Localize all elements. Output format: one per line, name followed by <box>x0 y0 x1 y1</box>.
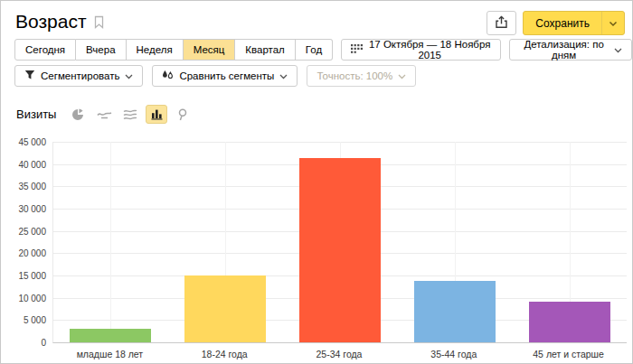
tab-year[interactable]: Год <box>296 39 333 61</box>
y-axis-tick-label: 20 000 <box>1 248 46 258</box>
chevron-down-icon <box>125 70 133 81</box>
chevron-down-icon <box>609 16 618 30</box>
metric-row: Визиты <box>16 105 632 124</box>
precision-label: Точность: 100% <box>316 70 392 81</box>
x-axis-category-label: 45 лет и старше <box>511 349 626 359</box>
chart-bar[interactable] <box>414 281 496 342</box>
tab-month[interactable]: Месяц <box>184 39 236 61</box>
chart-view-switcher <box>67 105 194 124</box>
chart-bar[interactable] <box>184 275 266 342</box>
y-axis-tick-label: 35 000 <box>1 182 46 191</box>
bookmark-icon[interactable] <box>94 15 104 33</box>
chevron-down-icon <box>398 70 406 81</box>
compare-segments-dropdown[interactable]: Сравнить сегменты <box>152 65 298 87</box>
report-header: Возраст Сохранить <box>1 1 632 35</box>
chart-bar[interactable] <box>529 302 610 342</box>
x-gridline <box>110 142 111 342</box>
y-axis-tick-label: 10 000 <box>1 294 46 303</box>
y-axis-tick-label: 45 000 <box>1 137 46 147</box>
tab-week[interactable]: Неделя <box>127 39 184 61</box>
tab-yesterday[interactable]: Вчера <box>76 39 126 61</box>
x-axis-category-label: 35-44 года <box>396 349 511 359</box>
tab-quarter[interactable]: Квартал <box>235 39 295 61</box>
y-axis-tick-label: 5 000 <box>1 315 46 325</box>
export-button[interactable] <box>487 11 516 35</box>
save-split-button: Сохранить <box>523 11 625 35</box>
page-title: Возраст <box>15 11 87 32</box>
export-icon <box>495 15 508 32</box>
period-tab-group: Сегодня Вчера Неделя Месяц Квартал Год <box>14 39 333 61</box>
chart-bar[interactable] <box>70 329 151 342</box>
x-axis-category-label: 18-24 года <box>167 349 282 359</box>
map-icon[interactable] <box>172 105 194 124</box>
save-dropdown-button[interactable] <box>601 12 624 34</box>
calendar-icon <box>351 44 363 56</box>
yandex-metrica-age-report: Возраст Сохранить <box>0 0 633 364</box>
chevron-down-icon <box>279 70 288 81</box>
date-range-label: 17 Октября — 18 Ноября 2015 <box>368 39 491 61</box>
precision-dropdown[interactable]: Точность: 100% <box>307 65 416 87</box>
chart-bar[interactable] <box>299 158 381 342</box>
visits-bar-chart: 05 00010 00015 00020 00025 00030 00035 0… <box>1 133 632 364</box>
segment-dropdown[interactable]: Сегментировать <box>14 65 143 87</box>
filter-funnel-icon <box>24 70 35 82</box>
y-axis-tick-label: 15 000 <box>1 271 46 281</box>
tab-today[interactable]: Сегодня <box>14 39 76 61</box>
bar-chart-icon[interactable] <box>146 105 167 124</box>
period-toolbar: Сегодня Вчера Неделя Месяц Квартал Год 1… <box>14 39 632 61</box>
y-axis-tick-label: 30 000 <box>1 204 46 214</box>
save-button[interactable]: Сохранить <box>524 12 601 34</box>
detail-label: Детализация: по дням <box>519 39 609 61</box>
detail-dropdown[interactable]: Детализация: по дням <box>509 39 632 61</box>
metric-label: Визиты <box>16 107 56 121</box>
x-axis-category-label: младше 18 лет <box>52 349 167 359</box>
pie-chart-icon[interactable] <box>67 105 89 124</box>
segment-label: Сегментировать <box>41 70 119 81</box>
segment-toolbar: Сегментировать Сравнить сегменты Точност… <box>14 65 632 87</box>
droplets-icon <box>162 70 174 82</box>
y-axis-tick-label: 25 000 <box>1 227 46 237</box>
date-range-button[interactable]: 17 Октября — 18 Ноября 2015 <box>341 39 501 61</box>
x-axis-category-label: 25-34 года <box>282 349 397 359</box>
chart-plot-area <box>52 142 627 343</box>
y-axis-tick-label: 40 000 <box>1 160 46 170</box>
line-chart-icon[interactable] <box>93 105 115 124</box>
y-axis-tick-label: 0 <box>1 338 46 348</box>
compare-label: Сравнить сегменты <box>179 70 274 81</box>
chevron-down-icon <box>614 44 622 55</box>
stacked-chart-icon[interactable] <box>119 105 141 124</box>
